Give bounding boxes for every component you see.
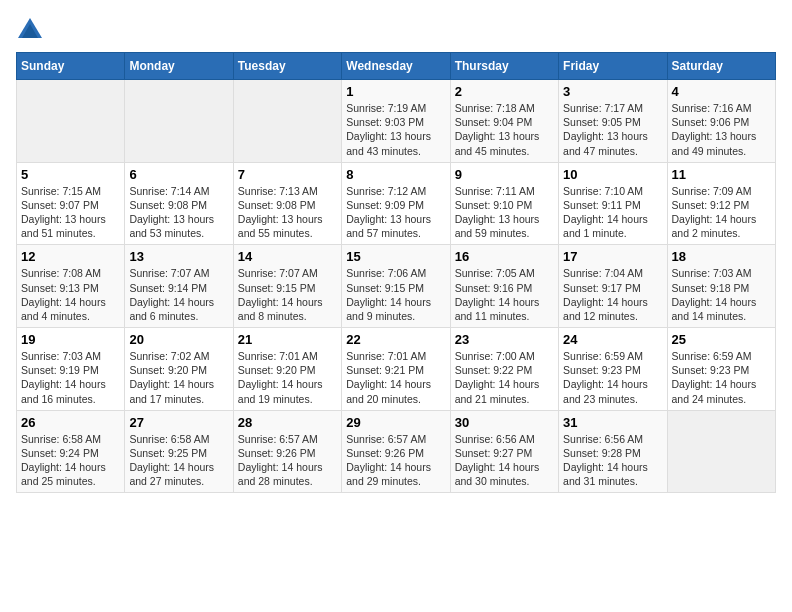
day-number: 18 (672, 249, 771, 264)
day-info: Sunrise: 7:03 AMSunset: 9:19 PMDaylight:… (21, 349, 120, 406)
calendar-day-cell: 16Sunrise: 7:05 AMSunset: 9:16 PMDayligh… (450, 245, 558, 328)
day-info: Sunrise: 7:01 AMSunset: 9:20 PMDaylight:… (238, 349, 337, 406)
day-info: Sunrise: 7:17 AMSunset: 9:05 PMDaylight:… (563, 101, 662, 158)
calendar-day-cell: 13Sunrise: 7:07 AMSunset: 9:14 PMDayligh… (125, 245, 233, 328)
day-number: 28 (238, 415, 337, 430)
calendar-day-cell: 31Sunrise: 6:56 AMSunset: 9:28 PMDayligh… (559, 410, 667, 493)
day-number: 13 (129, 249, 228, 264)
calendar-day-cell: 6Sunrise: 7:14 AMSunset: 9:08 PMDaylight… (125, 162, 233, 245)
day-number: 27 (129, 415, 228, 430)
logo (16, 16, 48, 44)
calendar-day-cell: 28Sunrise: 6:57 AMSunset: 9:26 PMDayligh… (233, 410, 341, 493)
calendar-day-cell: 23Sunrise: 7:00 AMSunset: 9:22 PMDayligh… (450, 328, 558, 411)
day-info: Sunrise: 7:15 AMSunset: 9:07 PMDaylight:… (21, 184, 120, 241)
calendar-day-cell: 25Sunrise: 6:59 AMSunset: 9:23 PMDayligh… (667, 328, 775, 411)
day-info: Sunrise: 6:59 AMSunset: 9:23 PMDaylight:… (563, 349, 662, 406)
calendar-day-cell: 8Sunrise: 7:12 AMSunset: 9:09 PMDaylight… (342, 162, 450, 245)
day-info: Sunrise: 7:03 AMSunset: 9:18 PMDaylight:… (672, 266, 771, 323)
day-info: Sunrise: 7:19 AMSunset: 9:03 PMDaylight:… (346, 101, 445, 158)
day-of-week-header: Saturday (667, 53, 775, 80)
day-of-week-header: Friday (559, 53, 667, 80)
calendar-day-cell: 22Sunrise: 7:01 AMSunset: 9:21 PMDayligh… (342, 328, 450, 411)
calendar-day-cell: 15Sunrise: 7:06 AMSunset: 9:15 PMDayligh… (342, 245, 450, 328)
calendar-day-cell: 17Sunrise: 7:04 AMSunset: 9:17 PMDayligh… (559, 245, 667, 328)
day-number: 14 (238, 249, 337, 264)
day-info: Sunrise: 7:13 AMSunset: 9:08 PMDaylight:… (238, 184, 337, 241)
day-number: 2 (455, 84, 554, 99)
calendar-day-cell: 14Sunrise: 7:07 AMSunset: 9:15 PMDayligh… (233, 245, 341, 328)
calendar-day-cell: 18Sunrise: 7:03 AMSunset: 9:18 PMDayligh… (667, 245, 775, 328)
calendar-day-cell: 3Sunrise: 7:17 AMSunset: 9:05 PMDaylight… (559, 80, 667, 163)
calendar-day-cell: 1Sunrise: 7:19 AMSunset: 9:03 PMDaylight… (342, 80, 450, 163)
day-info: Sunrise: 7:09 AMSunset: 9:12 PMDaylight:… (672, 184, 771, 241)
calendar-day-cell (17, 80, 125, 163)
calendar-week-row: 1Sunrise: 7:19 AMSunset: 9:03 PMDaylight… (17, 80, 776, 163)
day-info: Sunrise: 7:16 AMSunset: 9:06 PMDaylight:… (672, 101, 771, 158)
day-number: 21 (238, 332, 337, 347)
day-info: Sunrise: 7:00 AMSunset: 9:22 PMDaylight:… (455, 349, 554, 406)
day-info: Sunrise: 7:18 AMSunset: 9:04 PMDaylight:… (455, 101, 554, 158)
day-info: Sunrise: 7:07 AMSunset: 9:14 PMDaylight:… (129, 266, 228, 323)
calendar-day-cell: 26Sunrise: 6:58 AMSunset: 9:24 PMDayligh… (17, 410, 125, 493)
logo-icon (16, 16, 44, 44)
calendar-day-cell: 9Sunrise: 7:11 AMSunset: 9:10 PMDaylight… (450, 162, 558, 245)
day-number: 23 (455, 332, 554, 347)
day-of-week-header: Wednesday (342, 53, 450, 80)
day-info: Sunrise: 6:58 AMSunset: 9:25 PMDaylight:… (129, 432, 228, 489)
day-number: 20 (129, 332, 228, 347)
calendar-day-cell: 19Sunrise: 7:03 AMSunset: 9:19 PMDayligh… (17, 328, 125, 411)
page-header (16, 16, 776, 44)
day-number: 15 (346, 249, 445, 264)
calendar-day-cell: 27Sunrise: 6:58 AMSunset: 9:25 PMDayligh… (125, 410, 233, 493)
day-number: 10 (563, 167, 662, 182)
day-number: 8 (346, 167, 445, 182)
day-info: Sunrise: 7:10 AMSunset: 9:11 PMDaylight:… (563, 184, 662, 241)
day-info: Sunrise: 6:57 AMSunset: 9:26 PMDaylight:… (346, 432, 445, 489)
calendar-day-cell: 2Sunrise: 7:18 AMSunset: 9:04 PMDaylight… (450, 80, 558, 163)
calendar-header-row: SundayMondayTuesdayWednesdayThursdayFrid… (17, 53, 776, 80)
calendar-day-cell (125, 80, 233, 163)
day-number: 25 (672, 332, 771, 347)
day-number: 11 (672, 167, 771, 182)
calendar-day-cell: 24Sunrise: 6:59 AMSunset: 9:23 PMDayligh… (559, 328, 667, 411)
calendar-week-row: 5Sunrise: 7:15 AMSunset: 9:07 PMDaylight… (17, 162, 776, 245)
day-info: Sunrise: 6:59 AMSunset: 9:23 PMDaylight:… (672, 349, 771, 406)
day-number: 16 (455, 249, 554, 264)
calendar-day-cell: 29Sunrise: 6:57 AMSunset: 9:26 PMDayligh… (342, 410, 450, 493)
calendar-day-cell: 7Sunrise: 7:13 AMSunset: 9:08 PMDaylight… (233, 162, 341, 245)
day-number: 17 (563, 249, 662, 264)
calendar-week-row: 12Sunrise: 7:08 AMSunset: 9:13 PMDayligh… (17, 245, 776, 328)
day-number: 9 (455, 167, 554, 182)
day-number: 19 (21, 332, 120, 347)
calendar-day-cell: 30Sunrise: 6:56 AMSunset: 9:27 PMDayligh… (450, 410, 558, 493)
day-info: Sunrise: 7:14 AMSunset: 9:08 PMDaylight:… (129, 184, 228, 241)
day-info: Sunrise: 7:06 AMSunset: 9:15 PMDaylight:… (346, 266, 445, 323)
calendar-day-cell: 12Sunrise: 7:08 AMSunset: 9:13 PMDayligh… (17, 245, 125, 328)
day-info: Sunrise: 7:05 AMSunset: 9:16 PMDaylight:… (455, 266, 554, 323)
day-number: 22 (346, 332, 445, 347)
calendar-day-cell: 4Sunrise: 7:16 AMSunset: 9:06 PMDaylight… (667, 80, 775, 163)
day-info: Sunrise: 7:12 AMSunset: 9:09 PMDaylight:… (346, 184, 445, 241)
day-number: 24 (563, 332, 662, 347)
calendar-day-cell: 5Sunrise: 7:15 AMSunset: 9:07 PMDaylight… (17, 162, 125, 245)
day-number: 7 (238, 167, 337, 182)
day-number: 4 (672, 84, 771, 99)
calendar-day-cell (667, 410, 775, 493)
calendar-week-row: 19Sunrise: 7:03 AMSunset: 9:19 PMDayligh… (17, 328, 776, 411)
day-number: 3 (563, 84, 662, 99)
day-number: 1 (346, 84, 445, 99)
day-of-week-header: Sunday (17, 53, 125, 80)
day-number: 29 (346, 415, 445, 430)
calendar-week-row: 26Sunrise: 6:58 AMSunset: 9:24 PMDayligh… (17, 410, 776, 493)
day-number: 30 (455, 415, 554, 430)
calendar-day-cell: 21Sunrise: 7:01 AMSunset: 9:20 PMDayligh… (233, 328, 341, 411)
day-number: 6 (129, 167, 228, 182)
calendar-day-cell: 11Sunrise: 7:09 AMSunset: 9:12 PMDayligh… (667, 162, 775, 245)
day-info: Sunrise: 7:08 AMSunset: 9:13 PMDaylight:… (21, 266, 120, 323)
day-info: Sunrise: 7:01 AMSunset: 9:21 PMDaylight:… (346, 349, 445, 406)
day-info: Sunrise: 7:11 AMSunset: 9:10 PMDaylight:… (455, 184, 554, 241)
day-info: Sunrise: 7:04 AMSunset: 9:17 PMDaylight:… (563, 266, 662, 323)
calendar-day-cell: 10Sunrise: 7:10 AMSunset: 9:11 PMDayligh… (559, 162, 667, 245)
day-info: Sunrise: 6:56 AMSunset: 9:28 PMDaylight:… (563, 432, 662, 489)
day-number: 5 (21, 167, 120, 182)
